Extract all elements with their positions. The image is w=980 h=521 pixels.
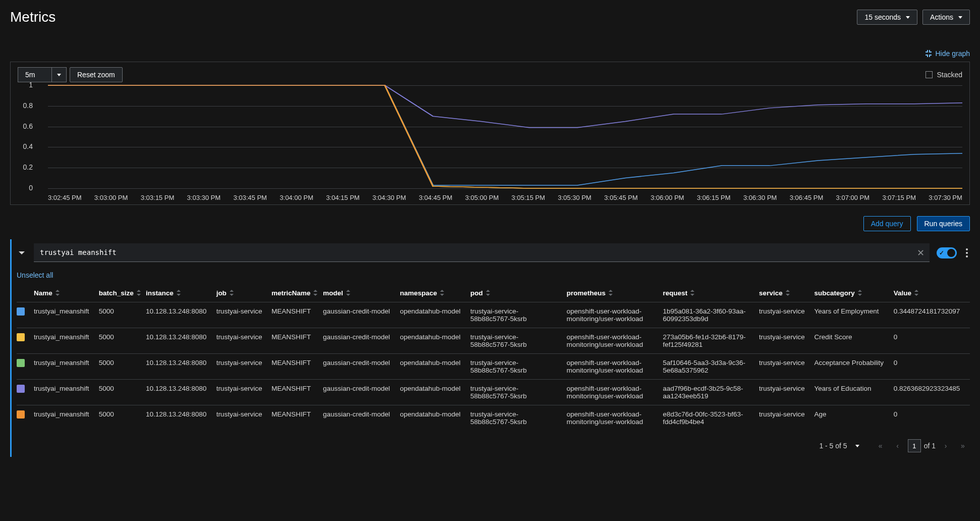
column-header[interactable]: instance: [146, 284, 216, 302]
table-cell: opendatahub-model: [400, 405, 470, 431]
table-cell: 5000: [99, 328, 146, 354]
table-cell: gaussian-credit-model: [323, 302, 400, 328]
column-header[interactable]: request: [663, 284, 759, 302]
table-cell: trustyai_meanshift: [34, 380, 99, 405]
table-cell: 5000: [99, 354, 146, 380]
graph-toolbar: 5m Reset zoom Stacked: [18, 67, 962, 82]
chart-area[interactable]: 00.20.40.60.81 3:02:45 PM3:03:00 PM3:03:…: [18, 85, 962, 201]
column-header[interactable]: Name: [34, 284, 99, 302]
column-header[interactable]: pod: [470, 284, 567, 302]
table-cell: MEANSHIFT: [271, 380, 323, 405]
table-cell: 0: [894, 354, 970, 380]
x-tick-label: 3:03:15 PM: [141, 194, 175, 201]
header-actions: 15 seconds Actions: [857, 10, 970, 25]
run-queries-button[interactable]: Run queries: [917, 216, 970, 231]
series-swatch: [17, 333, 25, 341]
y-tick-label: 0.6: [23, 122, 33, 130]
add-query-button[interactable]: Add query: [863, 216, 911, 231]
table-row[interactable]: trustyai_meanshift500010.128.13.248:8080…: [17, 354, 970, 380]
table-cell: 10.128.13.248:8080: [146, 405, 216, 431]
page-size-dropdown[interactable]: [850, 439, 864, 453]
x-tick-label: 3:05:30 PM: [558, 194, 591, 201]
x-tick-label: 3:04:45 PM: [419, 194, 453, 201]
chart-lines: [48, 85, 962, 188]
x-tick-label: 3:06:45 PM: [790, 194, 824, 201]
stacked-label: Stacked: [937, 71, 962, 79]
stacked-toggle[interactable]: Stacked: [925, 71, 962, 79]
collapse-query-button[interactable]: [17, 248, 27, 258]
x-tick-label: 3:06:00 PM: [650, 194, 684, 201]
page-header: Metrics 15 seconds Actions: [10, 0, 970, 32]
series-swatch: [17, 307, 25, 316]
table-cell: openshift-user-workload-monitoring/user-…: [567, 302, 663, 328]
pagination-summary: 1 - 5 of 5: [819, 442, 847, 450]
refresh-interval-dropdown[interactable]: 15 seconds: [857, 10, 917, 25]
table-row[interactable]: trustyai_meanshift500010.128.13.248:8080…: [17, 405, 970, 431]
table-cell: trustyai-service: [759, 302, 814, 328]
unselect-all-link[interactable]: Unselect all: [17, 271, 53, 279]
table-cell: 5000: [99, 380, 146, 405]
results-table: Namebatch_sizeinstancejobmetricNamemodel…: [17, 284, 970, 431]
table-cell: 5000: [99, 405, 146, 431]
table-row[interactable]: trustyai_meanshift500010.128.13.248:8080…: [17, 302, 970, 328]
table-row[interactable]: trustyai_meanshift500010.128.13.248:8080…: [17, 328, 970, 354]
first-page-button[interactable]: «: [874, 439, 888, 453]
table-cell: trustyai-service: [759, 354, 814, 380]
column-header[interactable]: model: [323, 284, 400, 302]
sort-icon: [858, 290, 862, 297]
table-cell: gaussian-credit-model: [323, 328, 400, 354]
actions-dropdown[interactable]: Actions: [922, 10, 970, 25]
y-tick-label: 0: [29, 184, 33, 192]
table-cell: 10.128.13.248:8080: [146, 380, 216, 405]
series-swatch: [17, 410, 25, 419]
checkbox-icon: [925, 71, 933, 78]
table-cell: trustyai-service-58b88c5767-5ksrb: [470, 302, 567, 328]
sort-icon: [914, 290, 918, 297]
prev-page-button[interactable]: ‹: [891, 439, 905, 453]
query-kebab-menu[interactable]: [964, 246, 970, 259]
column-header[interactable]: namespace: [400, 284, 470, 302]
table-cell: MEANSHIFT: [271, 328, 323, 354]
x-axis-labels: 3:02:45 PM3:03:00 PM3:03:15 PM3:03:30 PM…: [48, 194, 962, 201]
time-range-dropdown[interactable]: 5m: [18, 67, 67, 82]
table-cell: 10.128.13.248:8080: [146, 302, 216, 328]
table-cell: Age: [814, 405, 894, 431]
series-line: [48, 85, 962, 188]
series-line: [48, 85, 962, 188]
table-row[interactable]: trustyai_meanshift500010.128.13.248:8080…: [17, 380, 970, 405]
table-cell: trustyai-service: [759, 328, 814, 354]
x-tick-label: 3:04:30 PM: [372, 194, 406, 201]
sort-icon: [690, 290, 694, 297]
reset-zoom-button[interactable]: Reset zoom: [70, 67, 123, 82]
table-cell: trustyai-service: [759, 405, 814, 431]
table-cell: 10.128.13.248:8080: [146, 328, 216, 354]
column-header[interactable]: subcategory: [814, 284, 894, 302]
sort-icon: [313, 290, 317, 297]
column-header[interactable]: prometheus: [567, 284, 663, 302]
series-swatch: [17, 359, 25, 367]
query-enabled-toggle[interactable]: ✓: [937, 247, 957, 258]
series-line: [48, 85, 962, 188]
page-of-label: of 1: [924, 442, 936, 450]
column-header[interactable]: job: [216, 284, 271, 302]
column-header[interactable]: batch_size: [99, 284, 146, 302]
column-header[interactable]: Value: [894, 284, 970, 302]
sort-icon: [346, 290, 350, 297]
table-cell: 5af10646-5aa3-3d3a-9c36-5e68a5375962: [663, 354, 759, 380]
x-tick-label: 3:03:45 PM: [233, 194, 267, 201]
table-cell: 1b95a081-36a2-3f60-93aa-60992353db9d: [663, 302, 759, 328]
column-header[interactable]: service: [759, 284, 814, 302]
query-input[interactable]: [34, 243, 930, 262]
hide-graph-link[interactable]: Hide graph: [924, 49, 970, 58]
caret-down-icon: [57, 74, 61, 76]
column-header[interactable]: metricName: [271, 284, 323, 302]
clear-input-button[interactable]: ✕: [917, 247, 924, 258]
table-cell: 0.8263682923323485: [894, 380, 970, 405]
table-cell: e8d3c76d-00fc-3523-bf63-fdd4cf9b4be4: [663, 405, 759, 431]
next-page-button[interactable]: ›: [939, 439, 953, 453]
table-cell: 0: [894, 405, 970, 431]
last-page-button[interactable]: »: [956, 439, 970, 453]
table-cell: openshift-user-workload-monitoring/user-…: [567, 405, 663, 431]
x-tick-label: 3:07:30 PM: [929, 194, 962, 201]
page-number-input[interactable]: [908, 439, 921, 452]
